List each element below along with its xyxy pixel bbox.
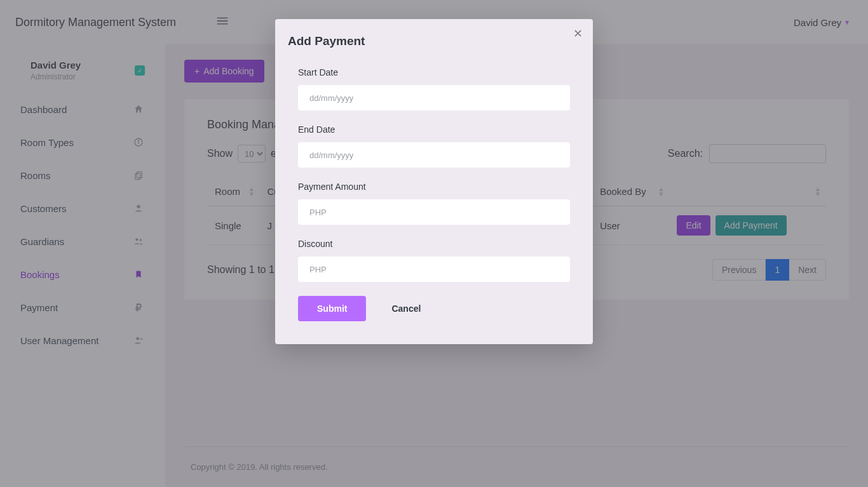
add-payment-modal: ✕ Add Payment Start Date End Date Paymen… [275,19,593,344]
end-date-input[interactable] [298,142,570,168]
start-date-label: Start Date [298,67,570,77]
cancel-button[interactable]: Cancel [391,304,421,314]
submit-button[interactable]: Submit [298,296,366,321]
modal-close-icon[interactable]: ✕ [573,28,583,39]
modal-title: Add Payment [275,19,593,55]
start-date-input[interactable] [298,85,570,110]
amount-label: Payment Amount [298,182,570,192]
end-date-label: End Date [298,124,570,135]
amount-input[interactable] [298,199,570,225]
discount-label: Discount [298,239,570,249]
discount-input[interactable] [298,257,570,282]
